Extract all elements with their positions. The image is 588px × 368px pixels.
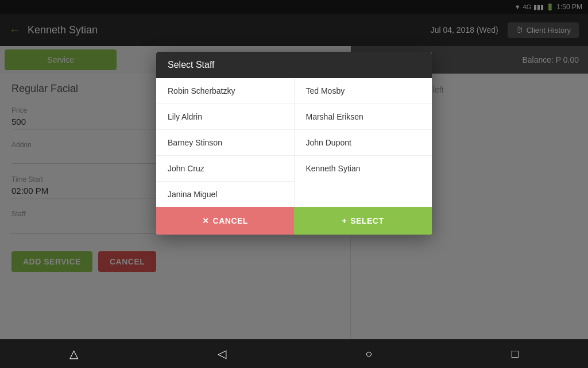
- staff-item[interactable]: Janina Miguel: [156, 182, 294, 207]
- select-staff-modal: Select Staff Robin Scherbatzky Lily Aldr…: [156, 52, 432, 235]
- back-nav-icon[interactable]: ◁: [218, 347, 226, 361]
- modal-body: Robin Scherbatzky Lily Aldrin Barney Sti…: [156, 78, 432, 207]
- modal-footer: ✕ CANCEL + SELECT: [156, 207, 432, 235]
- circle-nav-icon[interactable]: ○: [365, 347, 372, 361]
- staff-item[interactable]: Lily Aldrin: [156, 104, 294, 130]
- staff-item[interactable]: John Cruz: [156, 156, 294, 182]
- staff-item[interactable]: John Dupont: [295, 130, 432, 156]
- home-icon[interactable]: △: [69, 347, 78, 361]
- staff-column-left: Robin Scherbatzky Lily Aldrin Barney Sti…: [156, 78, 295, 207]
- square-nav-icon[interactable]: □: [512, 347, 519, 361]
- modal-cancel-label: CANCEL: [213, 216, 248, 225]
- staff-item[interactable]: Marshal Eriksen: [295, 104, 432, 130]
- staff-item[interactable]: Kenneth Sytian: [295, 156, 432, 181]
- staff-column-right: Ted Mosby Marshal Eriksen John Dupont Ke…: [295, 78, 432, 207]
- staff-item[interactable]: Robin Scherbatzky: [156, 78, 294, 104]
- bottom-nav: △ ◁ ○ □: [0, 339, 588, 368]
- cancel-x-icon: ✕: [202, 216, 210, 225]
- modal-cancel-button[interactable]: ✕ CANCEL: [156, 207, 294, 235]
- modal-overlay: Select Staff Robin Scherbatzky Lily Aldr…: [0, 0, 588, 339]
- modal-select-button[interactable]: + SELECT: [294, 207, 432, 235]
- staff-item[interactable]: Barney Stinson: [156, 130, 294, 156]
- staff-item[interactable]: Ted Mosby: [295, 78, 432, 104]
- plus-icon: +: [342, 216, 347, 225]
- modal-header: Select Staff: [156, 52, 432, 78]
- modal-select-label: SELECT: [350, 216, 384, 225]
